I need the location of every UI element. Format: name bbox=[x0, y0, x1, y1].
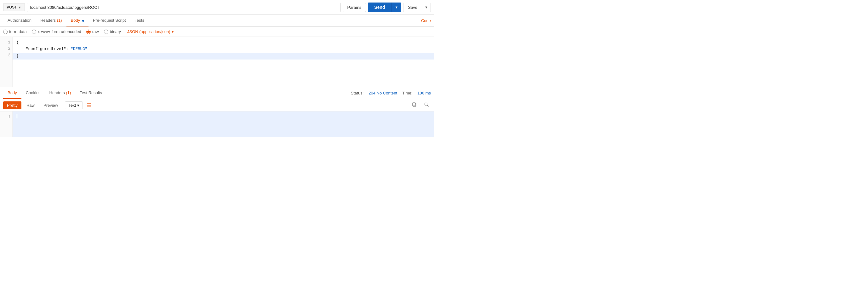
response-tabs-bar: Body Cookies Headers (1) Test Results St… bbox=[0, 87, 434, 99]
json-type-label: JSON (application/json) bbox=[127, 29, 170, 34]
code-line-2: "configuredLevel": "DEBUG" bbox=[17, 46, 430, 53]
copy-button[interactable] bbox=[410, 101, 419, 109]
resp-tab-body[interactable]: Body bbox=[3, 87, 22, 99]
status-label: Status: bbox=[351, 91, 364, 95]
time-label: Time: bbox=[402, 91, 412, 95]
resp-content[interactable] bbox=[12, 111, 434, 137]
cursor bbox=[17, 114, 17, 119]
format-label: Text bbox=[68, 103, 76, 108]
view-pretty-button[interactable]: Pretty bbox=[3, 101, 22, 109]
svg-rect-1 bbox=[412, 103, 415, 106]
method-label: POST bbox=[7, 5, 17, 9]
code-line-3: } bbox=[17, 53, 430, 60]
json-chevron-icon: ▾ bbox=[172, 29, 174, 34]
status-value: 204 No Content bbox=[369, 91, 397, 95]
url-input[interactable] bbox=[27, 3, 341, 12]
response-section: Body Cookies Headers (1) Test Results St… bbox=[0, 87, 434, 137]
time-value: 106 ms bbox=[417, 91, 431, 95]
status-info: Status: 204 No Content Time: 106 ms bbox=[351, 91, 431, 95]
view-raw-button[interactable]: Raw bbox=[23, 101, 38, 109]
toolbar-right-icons bbox=[410, 101, 431, 109]
save-chevron-button[interactable]: ▼ bbox=[422, 3, 431, 12]
tab-authorization[interactable]: Authorization bbox=[3, 15, 36, 27]
body-options: form-data x-www-form-urlencoded raw bina… bbox=[0, 27, 434, 37]
save-button-group: Save ▼ bbox=[403, 3, 431, 12]
code-editor: 1 2 3 { "configuredLevel": "DEBUG" } bbox=[0, 37, 434, 87]
resp-line-numbers: 1 bbox=[0, 111, 12, 137]
send-button-group: Send ▼ bbox=[368, 2, 401, 12]
wrap-icon[interactable]: ☰ bbox=[87, 102, 91, 108]
svg-line-3 bbox=[427, 105, 429, 107]
send-button[interactable]: Send bbox=[368, 2, 391, 12]
response-body: 1 bbox=[0, 111, 434, 137]
save-button[interactable]: Save bbox=[403, 3, 422, 12]
view-preview-button[interactable]: Preview bbox=[40, 101, 62, 109]
option-urlencoded[interactable]: x-www-form-urlencoded bbox=[32, 29, 81, 34]
search-button[interactable] bbox=[422, 101, 431, 109]
resp-tab-headers[interactable]: Headers (1) bbox=[45, 87, 75, 99]
method-chevron-icon: ▼ bbox=[18, 6, 22, 9]
code-content[interactable]: { "configuredLevel": "DEBUG" } bbox=[12, 37, 434, 87]
tab-prerequest[interactable]: Pre-request Script bbox=[89, 15, 130, 27]
request-tabs: Authorization Headers (1) Body Pre-reque… bbox=[0, 15, 434, 27]
tab-headers[interactable]: Headers (1) bbox=[36, 15, 66, 27]
tab-body[interactable]: Body bbox=[66, 15, 89, 27]
method-selector[interactable]: POST ▼ bbox=[3, 3, 25, 11]
tab-tests[interactable]: Tests bbox=[130, 15, 149, 27]
format-chevron-icon: ▾ bbox=[77, 103, 80, 108]
resp-line-1 bbox=[17, 114, 430, 119]
response-toolbar: Pretty Raw Preview Text ▾ ☰ bbox=[0, 99, 434, 111]
option-raw[interactable]: raw bbox=[86, 29, 99, 34]
resp-tab-cookies[interactable]: Cookies bbox=[22, 87, 45, 99]
send-chevron-button[interactable]: ▼ bbox=[392, 2, 402, 12]
line-numbers: 1 2 3 bbox=[0, 37, 12, 87]
resp-tab-test-results[interactable]: Test Results bbox=[75, 87, 106, 99]
option-binary[interactable]: binary bbox=[104, 29, 121, 34]
code-line-1: { bbox=[17, 39, 430, 46]
format-dropdown[interactable]: Text ▾ bbox=[65, 101, 83, 109]
body-dot bbox=[82, 20, 84, 22]
code-link[interactable]: Code bbox=[421, 18, 431, 23]
params-button[interactable]: Params bbox=[343, 3, 366, 12]
option-form-data[interactable]: form-data bbox=[3, 29, 27, 34]
json-type-dropdown[interactable]: JSON (application/json) ▾ bbox=[127, 29, 174, 34]
url-bar: POST ▼ Params Send ▼ Save ▼ bbox=[0, 0, 434, 15]
